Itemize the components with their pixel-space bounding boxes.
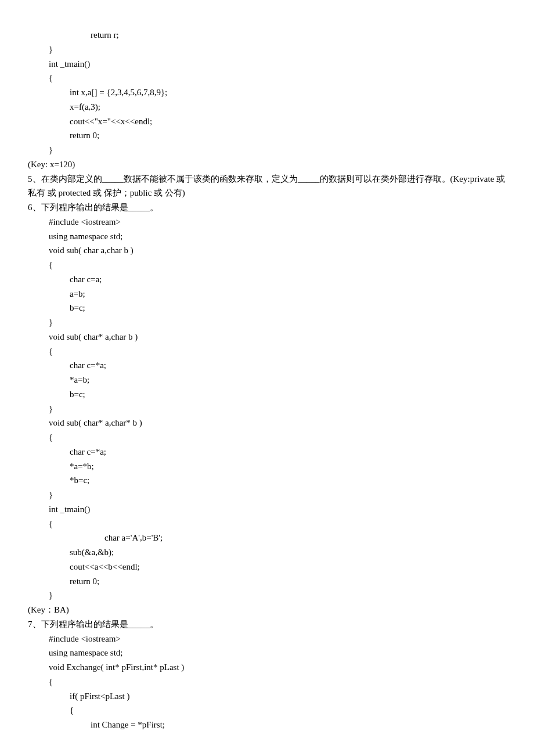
code-line: } [28,402,506,416]
code-line: char c=a; [28,272,506,287]
answer-key-6: (Key：BA) [28,603,506,617]
code-line: cout<<"x="<<x<<endl; [28,114,506,129]
code-line: { [28,517,506,531]
code-line: } [28,143,506,157]
code-line: { [28,71,506,85]
code-line: int x,a[] = {2,3,4,5,6,7,8,9}; [28,85,506,100]
code-line: { [28,703,506,718]
code-line: { [28,675,506,689]
code-line: b=c; [28,301,506,315]
code-line: int _tmain() [28,57,506,71]
code-line: a=b; [28,287,506,301]
code-line: void Exchange( int* pFirst,int* pLast ) [28,660,506,675]
code-line: { [28,430,506,445]
code-line: char a='A',b='B'; [28,531,506,545]
code-line: char c=*a; [28,358,506,373]
code-line: #include <iostream> [28,215,506,229]
code-line: int Change = *pFirst; [28,718,506,732]
code-line: sub(&a,&b); [28,545,506,560]
question-7: 7、下列程序输出的结果是_____。 [28,617,506,632]
code-line: x=f(a,3); [28,100,506,114]
code-line: using namespace std; [28,646,506,660]
code-line: #include <iostream> [28,632,506,646]
code-line: cout<<a<<b<<endl; [28,560,506,574]
code-line: return 0; [28,574,506,589]
code-line: b=c; [28,387,506,402]
code-line: if( pFirst<pLast ) [28,689,506,704]
code-line: *a=b; [28,373,506,387]
code-line: { [28,258,506,272]
code-line: using namespace std; [28,229,506,244]
code-line: { [28,344,506,359]
code-line: } [28,588,506,603]
code-line: } [28,488,506,502]
code-line: return 0; [28,128,506,143]
code-line: void sub( char* a,char* b ) [28,416,506,430]
code-line: return r; [28,28,506,42]
code-line: } [28,42,506,57]
code-line: char c=*a; [28,445,506,459]
question-5: 5、在类内部定义的_____数据不能被不属于该类的函数来存取，定义为_____的… [28,172,506,201]
code-line: void sub( char a,char b ) [28,243,506,258]
code-line: *b=c; [28,473,506,488]
answer-key-4: (Key: x=120) [28,157,506,172]
code-line: int _tmain() [28,502,506,517]
code-line: void sub( char* a,char b ) [28,330,506,344]
question-6: 6、下列程序输出的结果是_____。 [28,200,506,215]
code-line: *a=*b; [28,459,506,474]
code-line: } [28,315,506,330]
